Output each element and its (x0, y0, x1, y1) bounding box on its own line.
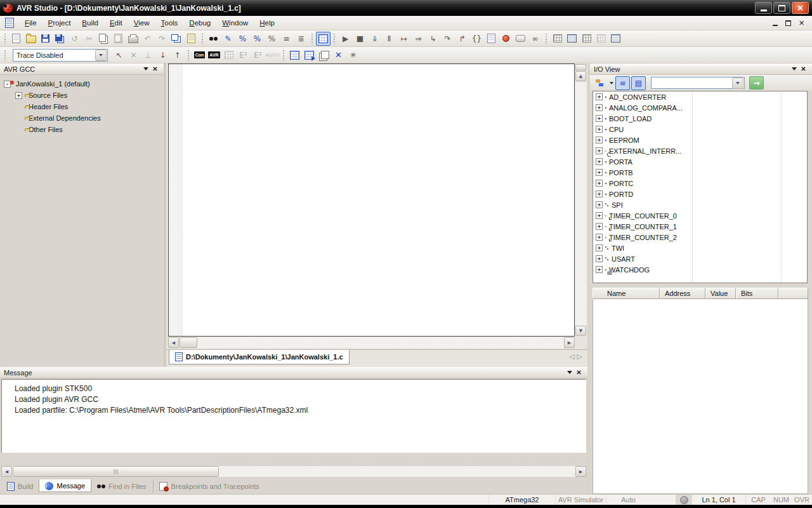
message-box-button[interactable] (565, 32, 579, 46)
tree-expander[interactable]: + (596, 201, 603, 208)
column-filler[interactable] (778, 288, 808, 299)
build-and-run-button[interactable] (302, 48, 317, 62)
toolbar-grip[interactable] (4, 50, 6, 61)
menu-debug[interactable]: Debug (183, 17, 216, 29)
code-editor[interactable] (168, 64, 575, 337)
processor-view-button[interactable] (550, 32, 565, 46)
chip-button[interactable] (221, 48, 236, 62)
restore-button[interactable] (773, 2, 790, 14)
io-item-timer0[interactable]: + TIMER_COUNTER_0 (593, 210, 807, 221)
io-item-spi[interactable]: + SPI (593, 199, 807, 210)
tree-expander[interactable]: + (596, 244, 603, 251)
toolbar-grip[interactable] (545, 33, 547, 44)
menu-help[interactable]: Help (254, 17, 280, 29)
new-file-button[interactable] (9, 32, 23, 46)
mdi-restore-button[interactable] (784, 19, 792, 27)
quickwatch-button[interactable] (513, 32, 528, 46)
tab-next-icon[interactable]: ▷ (577, 352, 582, 361)
stop-button[interactable]: ■ (353, 32, 367, 46)
minimize-button[interactable] (755, 2, 772, 14)
editor-horizontal-scrollbar[interactable]: ◀ ▶ (168, 337, 575, 348)
pause-button[interactable]: Ⅱ (382, 32, 396, 46)
erase-device-button[interactable]: E² (236, 48, 251, 62)
toggle-braces-button[interactable]: {} (469, 32, 484, 46)
run-button[interactable]: ▶ (338, 32, 353, 46)
io-item-boot-load[interactable]: + BOOT_LOAD (593, 113, 807, 124)
panel-menu-icon[interactable] (789, 65, 799, 74)
tree-expander[interactable]: + (596, 234, 603, 241)
trace-remove-button[interactable]: ✕ (126, 48, 141, 62)
scroll-left-icon[interactable]: ◀ (1, 466, 12, 477)
print-button[interactable] (126, 32, 140, 46)
io-item-portd[interactable]: + PORTD (593, 189, 807, 199)
step-over-button[interactable]: ↷ (440, 32, 455, 46)
tree-expander[interactable]: + (596, 93, 603, 100)
scroll-left-icon[interactable]: ◀ (168, 337, 179, 348)
scroll-right-icon[interactable]: ▶ (564, 337, 575, 348)
mdi-minimize-button[interactable] (771, 19, 779, 27)
build-button[interactable] (287, 48, 302, 62)
tab-message[interactable]: i Message (39, 479, 91, 492)
registers-table-body[interactable] (593, 299, 808, 494)
toolbar-grip[interactable] (282, 50, 285, 61)
close-button[interactable] (792, 2, 809, 14)
menu-build[interactable]: Build (76, 17, 104, 29)
message-log[interactable]: Loaded plugin STK500Loaded plugin AVR GC… (1, 379, 586, 453)
filter-dropdown-icon[interactable] (608, 77, 614, 89)
tree-item-project[interactable]: - JanKowalski_1 (default) (1, 78, 162, 90)
tree-view-toggle[interactable]: ≡ (615, 76, 630, 90)
trace-down-button[interactable]: ↓ (155, 48, 170, 62)
panel-close-icon[interactable] (150, 65, 160, 74)
menu-view[interactable]: View (128, 17, 155, 29)
toolchain-options-button[interactable]: ✳ (346, 48, 360, 62)
io-item-timer1[interactable]: + TIMER_COUNTER_1 (593, 221, 807, 232)
scroll-thumb[interactable] (13, 466, 219, 477)
tab-find-in-files[interactable]: Find in Files (91, 479, 152, 493)
paste-button[interactable] (111, 32, 126, 46)
io-item-analog-comparator[interactable]: + ANALOG_COMPARA... (593, 102, 807, 113)
tree-item-other-files[interactable]: Other Files (1, 124, 162, 135)
breakpoint-margin[interactable] (169, 64, 183, 336)
tree-expander[interactable]: + (596, 137, 603, 144)
menu-file[interactable]: File (19, 17, 43, 29)
trace-toggle-button[interactable]: ⊥ (141, 48, 155, 62)
io-item-ad-converter[interactable]: + AD_CONVERTER (593, 91, 807, 102)
menu-window[interactable]: Window (216, 17, 254, 29)
grid-view-toggle[interactable] (316, 32, 331, 46)
trace-pointer-button[interactable]: ↖ (112, 48, 126, 62)
tree-item-source-files[interactable]: + Source Files (1, 90, 162, 101)
panel-menu-icon[interactable] (565, 368, 574, 377)
tree-item-header-files[interactable]: Header Files (1, 101, 162, 112)
memory-view-button[interactable] (579, 32, 594, 46)
tree-expander[interactable]: + (15, 92, 22, 99)
splitter-box[interactable] (575, 64, 586, 70)
trace-up-button[interactable]: ↑ (170, 48, 185, 62)
bookmark-next-button[interactable]: % (250, 32, 265, 46)
io-combo-arrow-icon[interactable] (732, 77, 743, 89)
open-file-button[interactable] (23, 32, 38, 46)
menu-tools[interactable]: Tools (155, 17, 183, 29)
reset-button[interactable]: ⇓ (367, 32, 382, 46)
tree-expander[interactable]: + (596, 126, 603, 133)
bookmark-clear-button[interactable]: % (265, 32, 279, 46)
scroll-thumb[interactable] (180, 337, 197, 348)
step-out-button[interactable]: ↱ (455, 32, 469, 46)
tree-expander[interactable]: + (596, 255, 603, 262)
menu-project[interactable]: Project (43, 17, 77, 29)
revert-button[interactable]: ↺ (67, 32, 82, 46)
program-device-button[interactable]: E² (251, 48, 265, 62)
io-filter-combo[interactable] (651, 77, 745, 89)
indent-button[interactable]: ≣ (294, 32, 308, 46)
outdent-button[interactable]: ≡ (279, 32, 294, 46)
tree-expander[interactable]: + (596, 158, 603, 165)
editor-tab[interactable]: D:\Dokumenty\JanKowalski_1\JanKowalski_1… (169, 350, 350, 364)
trace-combo-arrow-icon[interactable] (95, 50, 107, 61)
tab-prev-icon[interactable]: ◁ (569, 352, 574, 361)
details-view-toggle[interactable]: ▤ (631, 76, 646, 90)
column-value[interactable]: Value (705, 288, 736, 299)
toolbar-grip[interactable] (201, 33, 204, 44)
tree-expander[interactable]: + (596, 180, 603, 187)
scroll-up-icon[interactable]: ▲ (575, 71, 586, 81)
connect-badge-button[interactable]: Con (192, 48, 207, 62)
compile-button[interactable] (317, 48, 331, 62)
